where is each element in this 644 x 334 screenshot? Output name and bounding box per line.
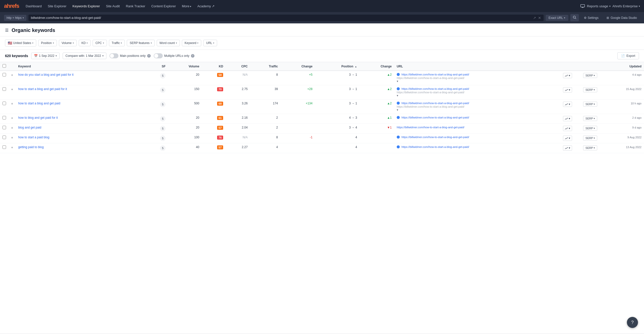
url-link[interactable]: https://billwidmer.com/how-to-start-a-bl… — [397, 102, 558, 105]
filter-traffic[interactable]: Traffic ▾ — [109, 40, 125, 46]
nav-site-audit[interactable]: Site Audit — [103, 3, 122, 10]
keyword-link[interactable]: how do you start a blog and get paid for… — [18, 73, 73, 76]
header-url[interactable]: URL — [394, 62, 560, 71]
main-positions-help[interactable]: ? — [147, 54, 151, 58]
url-link[interactable]: https://billwidmer.com/how-to-start-a-bl… — [397, 145, 558, 148]
header-change-position[interactable]: Change — [360, 62, 394, 71]
header-change-traffic[interactable]: Change — [280, 62, 315, 71]
nav-site-explorer[interactable]: Site Explorer — [45, 3, 69, 10]
select-all-checkbox[interactable] — [3, 64, 6, 68]
row-select-checkbox[interactable] — [3, 116, 6, 119]
chart-btn[interactable]: ▾ — [563, 102, 572, 107]
url-link[interactable]: https://billwidmer.com/how-to-start-a-bl… — [397, 116, 558, 119]
multiple-urls-help[interactable]: ? — [191, 54, 194, 58]
header-kd[interactable]: KD — [202, 62, 226, 71]
chart-btn[interactable]: ▾ — [563, 116, 572, 121]
serp-btn[interactable]: SERP ▾ — [583, 87, 597, 92]
protocol-selector[interactable]: http + https ▾ — [4, 15, 26, 21]
nav-dashboard[interactable]: Dashboard — [23, 3, 44, 10]
chart-btn[interactable]: ▾ — [563, 145, 572, 151]
serp-btn[interactable]: SERP ▾ — [583, 136, 597, 141]
chart-btn[interactable]: ▾ — [563, 73, 572, 78]
serp-btn[interactable]: SERP ▾ — [583, 73, 597, 78]
nav-rank-tracker[interactable]: Rank Tracker — [123, 3, 148, 10]
settings-btn[interactable]: ⚙ Settings — [581, 15, 601, 21]
multiple-urls-toggle[interactable] — [154, 53, 163, 58]
help-fab[interactable]: ? — [627, 317, 638, 328]
clear-url-icon[interactable]: ✕ — [538, 16, 541, 20]
filter-position[interactable]: Position ▾ — [38, 40, 57, 46]
monitor-icon[interactable] — [580, 4, 585, 8]
reports-usage-btn[interactable]: Reports usage ▾ — [587, 4, 611, 8]
header-position[interactable]: Position ▲ — [315, 62, 359, 71]
logo[interactable]: ahrefs — [4, 3, 19, 9]
serp-btn[interactable]: SERP ▾ — [583, 102, 597, 107]
url-expand-icon[interactable]: ▾ — [397, 79, 398, 83]
nav-more[interactable]: More — [179, 3, 194, 10]
compare-btn[interactable]: Compare with: 1 Mar 2022 ▾ — [63, 53, 106, 59]
keyword-link[interactable]: how to start a paid blog — [18, 136, 49, 139]
url-link[interactable]: https://billwidmer.com/how-to-start-a-bl… — [397, 73, 558, 76]
header-updated[interactable]: Updated — [600, 62, 644, 71]
row-sf: 5 — [145, 85, 168, 100]
add-to-list-btn[interactable]: + — [11, 87, 13, 91]
chart-btn[interactable]: ▾ — [563, 87, 572, 93]
nav-academy[interactable]: Academy ↗ — [195, 3, 217, 10]
row-position: 3 → 1 — [315, 100, 359, 114]
header-volume[interactable]: Volume — [168, 62, 202, 71]
row-select-checkbox[interactable] — [3, 145, 6, 149]
serp-btn[interactable]: SERP ▾ — [583, 126, 597, 131]
date-picker-btn[interactable]: 📅 1 Sep 2022 ▾ — [31, 53, 60, 59]
url-link[interactable]: https://billwidmer.com/how-to-start-a-bl… — [397, 136, 558, 139]
keyword-link[interactable]: how to start a blog and get paid for it — [18, 87, 67, 91]
filter-cpc[interactable]: CPC ▾ — [93, 40, 107, 46]
url-expand-icon[interactable]: ▾ — [397, 94, 398, 97]
row-traffic-change: +5 — [280, 71, 315, 85]
url-link[interactable]: https://billwidmer.com/how-to-start-a-bl… — [397, 126, 558, 129]
filter-url[interactable]: URL ▾ — [203, 40, 217, 46]
account-btn[interactable]: Ahrefs Enterprise ▾ — [613, 4, 640, 8]
add-to-list-btn[interactable]: + — [11, 136, 13, 140]
keyword-link[interactable]: how to start a blog and get paid — [18, 102, 60, 105]
google-data-studio-btn[interactable]: ⊞ Google Data Studio — [603, 15, 640, 21]
main-positions-toggle[interactable] — [109, 53, 118, 58]
url-expand-icon[interactable]: ▾ — [397, 108, 398, 112]
filter-volume[interactable]: Volume ▾ — [59, 40, 77, 46]
header-keyword[interactable]: Keyword — [16, 62, 145, 71]
header-traffic[interactable]: Traffic — [250, 62, 280, 71]
row-select-checkbox[interactable] — [3, 136, 6, 139]
nav-content-explorer[interactable]: Content Explorer — [149, 3, 178, 10]
header-cpc[interactable]: CPC — [226, 62, 250, 71]
keyword-link[interactable]: getting paid to blog — [18, 145, 44, 149]
match-type-btn[interactable]: Exact URL ▾ — [546, 15, 568, 21]
filter-country[interactable]: 🇺🇸 United States ▾ — [5, 39, 36, 47]
sidebar-toggle[interactable]: ☰ — [5, 28, 9, 33]
keyword-link[interactable]: blog and get paid — [18, 126, 41, 129]
header-sf[interactable]: SF — [145, 62, 168, 71]
add-to-list-btn[interactable]: + — [11, 145, 13, 149]
serp-btn[interactable]: SERP ▾ — [583, 116, 597, 121]
serp-btn[interactable]: SERP ▾ — [583, 145, 597, 150]
row-select-checkbox[interactable] — [3, 73, 6, 76]
keyword-link[interactable]: how to blog and get paid for it — [18, 116, 58, 119]
url-link[interactable]: https://billwidmer.com/how-to-start-a-bl… — [397, 87, 558, 90]
row-select-checkbox[interactable] — [3, 102, 6, 105]
nav-keywords-explorer[interactable]: Keywords Explorer — [70, 3, 102, 10]
row-select-checkbox[interactable] — [3, 126, 6, 129]
add-to-list-btn[interactable]: + — [11, 126, 13, 130]
row-select-checkbox[interactable] — [3, 87, 6, 91]
filter-kd[interactable]: KD ▾ — [79, 40, 91, 46]
add-to-list-btn[interactable]: + — [11, 116, 13, 120]
filter-keyword[interactable]: Keyword ▾ — [182, 40, 202, 46]
row-sf: 5 — [145, 134, 168, 143]
add-to-list-btn[interactable]: + — [11, 73, 13, 77]
filter-word-count[interactable]: Word count ▾ — [157, 40, 180, 46]
filter-serp-features[interactable]: SERP features ▾ — [127, 40, 154, 46]
external-link-icon[interactable]: ↗ — [533, 16, 536, 20]
add-to-list-btn[interactable]: + — [11, 102, 13, 106]
export-btn[interactable]: 📄 Export — [617, 52, 639, 59]
url-input[interactable] — [31, 16, 531, 20]
chart-btn[interactable]: ▾ — [563, 136, 572, 141]
search-btn[interactable] — [570, 14, 579, 21]
chart-btn[interactable]: ▾ — [563, 126, 572, 131]
